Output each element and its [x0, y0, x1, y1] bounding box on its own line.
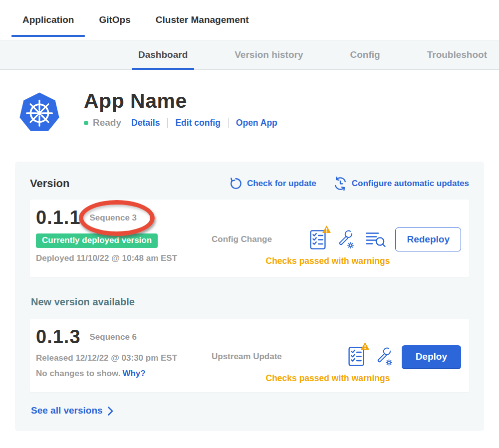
- see-all-versions-label: See all versions: [31, 405, 103, 416]
- new-sequence-label: Sequence 6: [90, 332, 137, 342]
- refresh-icon: [230, 177, 243, 190]
- kubernetes-logo-icon: [17, 90, 61, 137]
- open-app-link[interactable]: Open App: [236, 118, 277, 128]
- configure-automatic-updates-label: Configure automatic updates: [352, 179, 469, 189]
- active-subtab-underline: [132, 68, 194, 70]
- new-version-row: 0.1.3 Sequence 6 Released 12/12/22 @ 03:…: [30, 319, 469, 392]
- deploy-button[interactable]: Deploy: [402, 345, 461, 368]
- current-version-row: 0.1.1 Sequence 3 Currently deployed vers…: [30, 200, 469, 277]
- current-version-number: 0.1.1: [36, 208, 81, 228]
- current-version-source: Config Change: [212, 234, 272, 244]
- tab-gitops-label: GitOps: [99, 14, 130, 25]
- current-checks-status[interactable]: Checks passed with warnings: [210, 256, 446, 266]
- tab-troubleshoot[interactable]: Troubleshoot: [421, 40, 494, 69]
- new-version-number: 0.1.3: [36, 327, 81, 348]
- tab-cluster-management-label: Cluster Management: [156, 14, 249, 25]
- check-for-update-button[interactable]: Check for update: [230, 177, 316, 190]
- tab-gitops[interactable]: GitOps: [88, 0, 141, 40]
- active-tab-underline: [11, 35, 85, 37]
- deployed-timestamp: Deployed 11/10/22 @ 10:48 am EST: [36, 253, 210, 263]
- tab-config-label: Config: [350, 49, 380, 60]
- new-version-source: Upstream Update: [212, 352, 282, 362]
- see-all-versions-link[interactable]: See all versions: [31, 405, 113, 416]
- new-checks-status[interactable]: Checks passed with warnings: [210, 373, 446, 384]
- sub-nav: Dashboard Version history Config Trouble…: [0, 40, 499, 70]
- tab-application-label: Application: [22, 14, 74, 25]
- divider: [228, 118, 229, 128]
- tab-troubleshoot-label: Troubleshoot: [427, 49, 487, 60]
- details-link[interactable]: Details: [131, 118, 160, 128]
- why-link[interactable]: Why?: [122, 369, 145, 378]
- warning-triangle-icon: [322, 225, 331, 235]
- new-version-available-heading: New version available: [31, 296, 469, 308]
- no-changes-text: No changes to show.: [36, 369, 120, 378]
- top-nav: Application GitOps Cluster Management: [0, 0, 499, 40]
- divider: [167, 118, 168, 128]
- configure-automatic-updates-button[interactable]: Configure automatic updates: [333, 177, 469, 191]
- wrench-gear-icon[interactable]: [375, 347, 393, 367]
- warning-triangle-icon: [360, 342, 370, 352]
- file-search-icon[interactable]: [365, 231, 386, 248]
- tab-config[interactable]: Config: [344, 40, 387, 69]
- preflight-checks-icon[interactable]: [348, 346, 364, 367]
- version-card-title: Version: [30, 177, 69, 190]
- status-dot: [84, 121, 88, 125]
- tab-dashboard[interactable]: Dashboard: [132, 40, 194, 69]
- tab-application[interactable]: Application: [11, 0, 85, 40]
- currently-deployed-badge: Currently deployed version: [36, 233, 158, 248]
- released-timestamp: Released 12/12/22 @ 03:30 pm EST: [36, 353, 210, 363]
- wrench-gear-icon[interactable]: [337, 229, 354, 249]
- tab-dashboard-label: Dashboard: [138, 49, 188, 60]
- check-for-update-label: Check for update: [247, 179, 316, 189]
- tab-version-history-label: Version history: [235, 49, 303, 60]
- tab-cluster-management[interactable]: Cluster Management: [145, 0, 260, 40]
- current-sequence-label: Sequence 3: [90, 213, 137, 223]
- page-title: App Name: [84, 90, 277, 112]
- version-card: Version Check for update: [15, 162, 484, 431]
- status-text: Ready: [93, 117, 121, 128]
- preflight-checks-icon[interactable]: [310, 229, 326, 250]
- tab-version-history[interactable]: Version history: [228, 40, 309, 69]
- chevron-right-icon: [107, 406, 113, 416]
- redeploy-button[interactable]: Redeploy: [395, 227, 461, 251]
- app-header: App Name Ready Details Edit config Open …: [17, 90, 499, 137]
- clock-refresh-icon: [333, 177, 347, 191]
- edit-config-link[interactable]: Edit config: [175, 118, 220, 128]
